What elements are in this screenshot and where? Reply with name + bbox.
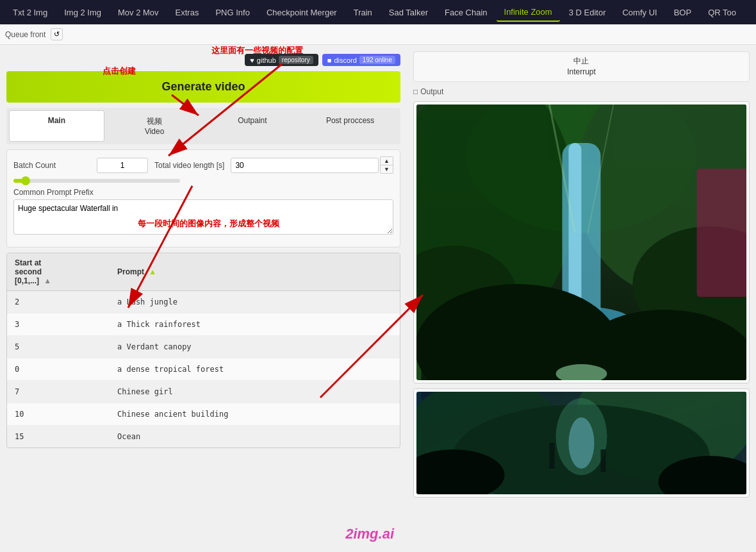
common-prompt-row: Common Prompt Prefix Huge spectacular Wa…	[13, 188, 393, 237]
watermark: 2img.ai	[345, 526, 394, 542]
cell-second-4: 7	[7, 381, 110, 403]
queue-bar: Queue front ↺	[0, 24, 756, 45]
total-video-input-group: ▲ ▼	[231, 156, 393, 174]
cell-second-5: 10	[7, 403, 110, 426]
sort-icon-col2[interactable]: ▲	[149, 267, 156, 276]
jungle-svg-2	[416, 392, 746, 494]
github-badge[interactable]: ♥ github repository	[245, 54, 318, 66]
cell-prompt-2: a Verdant canopy	[110, 336, 400, 358]
interrupt-line1: 中止	[567, 56, 596, 67]
jungle-image-1	[416, 105, 746, 380]
batch-count-input[interactable]	[97, 158, 148, 173]
table-row: 0 a dense tropical forest	[7, 358, 400, 381]
col-start-second: Start at second [0,1,...] ▲	[7, 253, 110, 291]
prompt-table-container: Start at second [0,1,...] ▲ Prompt ▲ 2 a…	[6, 253, 400, 448]
discord-badge[interactable]: ■ discord 192 online	[322, 54, 400, 66]
cell-second-3: 0	[7, 358, 110, 381]
cell-second-2: 5	[7, 336, 110, 358]
tab-bop[interactable]: BOP	[666, 4, 699, 21]
svg-rect-21	[550, 443, 555, 469]
tab-extras[interactable]: Extras	[168, 4, 207, 21]
left-panel: 点击创建 这里面有一些视频的配置 每一段时间的图像内容，形成整个视频 ♥ git…	[0, 45, 407, 552]
github-label: github	[257, 56, 276, 64]
queue-label: Queue front	[5, 30, 45, 39]
cell-prompt-0: a Lush jungle	[110, 291, 400, 314]
cell-second-1: 3	[7, 314, 110, 336]
github-badge-label: repository	[279, 56, 313, 64]
total-video-spinner[interactable]: ▲ ▼	[380, 156, 393, 174]
cell-prompt-5: Chinese ancient building	[110, 403, 400, 426]
tab-txt2img[interactable]: Txt 2 Img	[5, 4, 55, 21]
common-prompt-label: Common Prompt Prefix	[13, 188, 393, 197]
output-label-text: Output	[420, 87, 443, 96]
tab-mov2mov[interactable]: Mov 2 Mov	[110, 4, 167, 21]
spinner-down[interactable]: ▼	[381, 165, 393, 173]
sub-tabs: Main 视频 Video Outpaint Post proccess	[6, 108, 400, 144]
tab-img2img[interactable]: Img 2 Img	[56, 4, 109, 21]
interrupt-text: 中止 Interrupt	[567, 56, 596, 78]
table-row: 5 a Verdant canopy	[7, 336, 400, 358]
prompt-table: Start at second [0,1,...] ▲ Prompt ▲ 2 a…	[7, 253, 400, 447]
cell-prompt-3: a dense tropical forest	[110, 358, 400, 381]
total-video-input[interactable]	[231, 158, 379, 173]
tab-video[interactable]: 视频 Video	[107, 110, 202, 142]
tab-outpaint[interactable]: Outpaint	[205, 110, 300, 142]
col-prompt: Prompt ▲	[110, 253, 400, 291]
main-layout: 点击创建 这里面有一些视频的配置 每一段时间的图像内容，形成整个视频 ♥ git…	[0, 45, 756, 552]
jungle-svg-1	[416, 105, 746, 380]
tab-comfyui[interactable]: Comfy UI	[614, 4, 664, 21]
table-header-row: Start at second [0,1,...] ▲ Prompt ▲	[7, 253, 400, 291]
github-icon: ♥	[250, 56, 254, 64]
table-row: 2 a Lush jungle	[7, 291, 400, 314]
output-icon: □	[413, 87, 418, 96]
table-row: 15 Ocean	[7, 426, 400, 448]
cell-second-6: 15	[7, 426, 110, 448]
tab-qrtoo[interactable]: QR Too	[700, 4, 744, 21]
common-prompt-textarea[interactable]: Huge spectacular Waterfall in	[13, 199, 393, 235]
cell-prompt-1: a Thick rainforest	[110, 314, 400, 336]
discord-badge-label: 192 online	[359, 56, 395, 64]
discord-label: discord	[334, 56, 356, 64]
batch-count-row: Batch Count Total video length [s] ▲ ▼	[13, 156, 393, 174]
tab-postprocess[interactable]: Post proccess	[302, 110, 398, 142]
tab-pnginfo[interactable]: PNG Info	[208, 4, 257, 21]
cell-prompt-6: Ocean	[110, 426, 400, 448]
tab-sadtalker[interactable]: Sad Talker	[381, 4, 436, 21]
refresh-button[interactable]: ↺	[51, 28, 63, 40]
output-label-row: □ Output	[413, 87, 750, 96]
total-video-label: Total video length [s]	[154, 161, 224, 170]
discord-icon: ■	[327, 56, 332, 64]
jungle-image-2	[416, 392, 746, 494]
table-row: 3 a Thick rainforest	[7, 314, 400, 336]
svg-rect-22	[601, 449, 606, 472]
tab-checkpoint[interactable]: Checkpoint Merger	[259, 4, 345, 21]
tab-3deditor[interactable]: 3 D Editor	[561, 4, 614, 21]
spinner-up[interactable]: ▲	[381, 157, 393, 165]
svg-rect-11	[697, 169, 747, 297]
image-container-2: ⇓	[413, 389, 750, 498]
tab-train[interactable]: Train	[346, 4, 380, 21]
cell-second-0: 2	[7, 291, 110, 314]
svg-point-20	[569, 417, 595, 469]
tab-facechain[interactable]: Face Chain	[437, 4, 495, 21]
right-panel: 中止 Interrupt □ Output ⇓	[407, 45, 756, 552]
batch-count-label: Batch Count	[13, 161, 90, 170]
form-section: Batch Count Total video length [s] ▲ ▼ C…	[6, 149, 400, 247]
table-row: 7 Chinese girl	[7, 381, 400, 403]
batch-count-slider[interactable]	[13, 179, 180, 183]
badges-row: ♥ github repository ■ discord 192 online	[6, 54, 400, 66]
cell-prompt-4: Chinese girl	[110, 381, 400, 403]
interrupt-line2: Interrupt	[567, 67, 596, 78]
sort-icon-col1[interactable]: ▲	[44, 276, 51, 285]
tab-infinitezoom[interactable]: Infinite Zoom	[497, 3, 560, 22]
tab-main[interactable]: Main	[9, 110, 104, 142]
interrupt-section[interactable]: 中止 Interrupt	[413, 51, 750, 82]
slider-row	[13, 179, 393, 183]
generate-video-button[interactable]: Generate video	[6, 71, 400, 103]
top-navigation: Txt 2 Img Img 2 Img Mov 2 Mov Extras PNG…	[0, 0, 756, 24]
image-container-1: ⇓	[413, 101, 750, 383]
slider-container	[13, 179, 180, 183]
table-row: 10 Chinese ancient building	[7, 403, 400, 426]
